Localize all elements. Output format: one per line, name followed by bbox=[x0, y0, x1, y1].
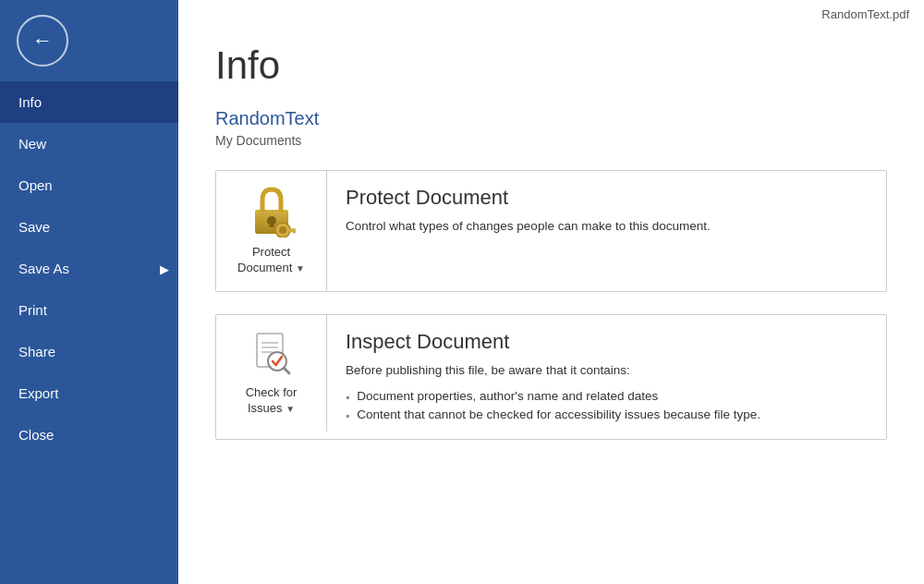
sidebar-item-share[interactable]: Share bbox=[0, 331, 178, 372]
main-content: RandomText.pdf Info RandomText My Docume… bbox=[178, 0, 924, 584]
svg-line-14 bbox=[284, 368, 289, 373]
protect-document-text: Protect Document Control what types of c… bbox=[327, 171, 886, 258]
sidebar-item-save[interactable]: Save bbox=[0, 206, 178, 248]
protect-document-title: Protect Document bbox=[346, 186, 868, 210]
back-button[interactable]: ← bbox=[17, 15, 68, 67]
check-for-issues-button[interactable]: Check forIssues ▼ bbox=[216, 315, 327, 432]
doc-path: My Documents bbox=[215, 133, 887, 148]
sidebar: ← Info New Open Save Save As ▶ Print Sha… bbox=[0, 0, 178, 584]
inspect-document-desc: Before publishing this file, be aware th… bbox=[346, 361, 868, 380]
svg-point-5 bbox=[279, 226, 286, 234]
list-item: Content that cannot be checked for acces… bbox=[346, 406, 868, 424]
svg-rect-8 bbox=[290, 229, 293, 233]
protect-document-button[interactable]: ProtectDocument ▼ bbox=[216, 171, 327, 291]
page-title: Info bbox=[215, 43, 887, 88]
window-title: RandomText.pdf bbox=[821, 7, 909, 21]
inspect-document-card: Check forIssues ▼ Inspect Document Befor… bbox=[215, 314, 887, 440]
sidebar-item-save-as[interactable]: Save As ▶ bbox=[0, 248, 178, 289]
dropdown-arrow-icon-2: ▼ bbox=[286, 404, 295, 414]
protect-document-label: ProtectDocument ▼ bbox=[237, 245, 305, 276]
check-for-issues-label: Check forIssues ▼ bbox=[246, 385, 298, 417]
back-arrow-icon: ← bbox=[32, 30, 53, 51]
title-bar: RandomText.pdf bbox=[178, 0, 924, 25]
svg-rect-7 bbox=[293, 229, 296, 234]
lock-icon bbox=[248, 186, 296, 237]
list-item: Document properties, author's name and r… bbox=[346, 387, 868, 406]
protect-document-desc: Control what types of changes people can… bbox=[346, 217, 868, 236]
cursor-indicator: ▶ bbox=[160, 262, 169, 275]
doc-name: RandomText bbox=[215, 108, 887, 129]
protect-document-card: ProtectDocument ▼ Protect Document Contr… bbox=[215, 170, 887, 292]
check-issues-icon bbox=[248, 330, 296, 378]
inspect-document-list: Document properties, author's name and r… bbox=[346, 387, 868, 424]
sidebar-item-export[interactable]: Export bbox=[0, 372, 178, 414]
svg-rect-3 bbox=[269, 221, 274, 227]
inspect-document-title: Inspect Document bbox=[346, 330, 868, 354]
inspect-document-text: Inspect Document Before publishing this … bbox=[327, 315, 886, 439]
content-area: Info RandomText My Documents bbox=[178, 25, 924, 584]
sidebar-item-info[interactable]: Info bbox=[0, 81, 178, 123]
sidebar-item-new[interactable]: New bbox=[0, 123, 178, 164]
sidebar-item-print[interactable]: Print bbox=[0, 289, 178, 331]
sidebar-item-close[interactable]: Close bbox=[0, 414, 178, 456]
sidebar-item-open[interactable]: Open bbox=[0, 164, 178, 206]
dropdown-arrow-icon: ▼ bbox=[296, 263, 305, 274]
